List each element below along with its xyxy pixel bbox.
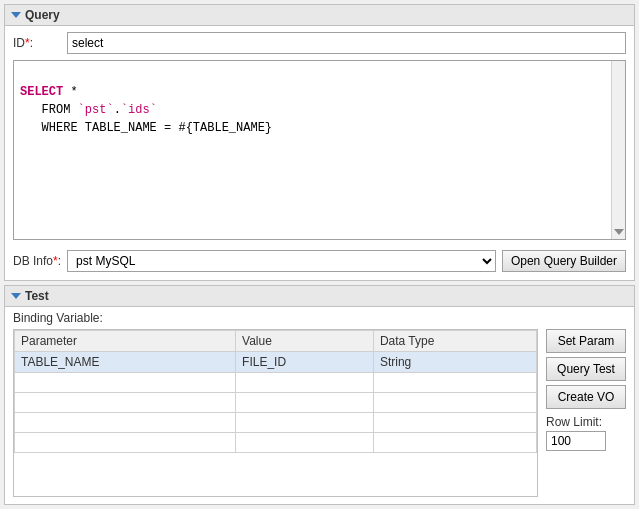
scrollbar-down-arrow	[614, 229, 624, 235]
empty-cell	[15, 433, 236, 453]
test-content: Parameter Value Data Type TABLE_NAME FIL…	[13, 329, 626, 497]
sql-star: *	[63, 85, 77, 99]
db-select[interactable]: pst MySQL	[67, 250, 496, 272]
id-field-row: ID*:	[13, 32, 626, 54]
table-row[interactable]: TABLE_NAME FILE_ID String	[15, 352, 537, 373]
empty-cell	[373, 393, 536, 413]
empty-cell	[236, 433, 374, 453]
table-row	[15, 393, 537, 413]
test-collapse-arrow	[11, 293, 21, 299]
empty-cell	[373, 433, 536, 453]
sql-scrollbar[interactable]	[611, 61, 625, 239]
param-table-head: Parameter Value Data Type	[15, 331, 537, 352]
binding-variable-label: Binding Variable:	[13, 311, 626, 325]
empty-cell	[236, 413, 374, 433]
cell-value: FILE_ID	[236, 352, 374, 373]
table-row	[15, 433, 537, 453]
empty-cell	[236, 373, 374, 393]
db-info-row: DB Info*: pst MySQL Open Query Builder	[13, 246, 626, 274]
set-param-button[interactable]: Set Param	[546, 329, 626, 353]
db-label: DB Info*:	[13, 254, 61, 268]
test-section-header[interactable]: Test	[5, 286, 634, 307]
sql-dot: .	[114, 103, 121, 117]
main-container: Query ID*: SELECT * FROM `pst`.`ids` WHE…	[0, 0, 639, 509]
test-section: Test Binding Variable: Parameter Value D…	[4, 285, 635, 505]
col-datatype: Data Type	[373, 331, 536, 352]
id-label: ID*:	[13, 36, 61, 50]
table-row	[15, 373, 537, 393]
sql-editor-container: SELECT * FROM `pst`.`ids` WHERE TABLE_NA…	[13, 60, 626, 240]
param-table-body: TABLE_NAME FILE_ID String	[15, 352, 537, 453]
test-body: Binding Variable: Parameter Value Data T…	[5, 307, 634, 501]
empty-cell	[236, 393, 374, 413]
empty-cell	[15, 413, 236, 433]
param-table: Parameter Value Data Type TABLE_NAME FIL…	[14, 330, 537, 453]
query-section-title: Query	[25, 8, 60, 22]
sql-table2: `ids`	[121, 103, 157, 117]
param-table-container: Parameter Value Data Type TABLE_NAME FIL…	[13, 329, 538, 497]
row-limit-input[interactable]	[546, 431, 606, 451]
empty-cell	[15, 393, 236, 413]
test-section-title: Test	[25, 289, 49, 303]
cell-datatype: String	[373, 352, 536, 373]
id-required-marker: *	[25, 36, 30, 50]
sql-select-keyword: SELECT	[20, 85, 63, 99]
sql-display: SELECT * FROM `pst`.`ids` WHERE TABLE_NA…	[14, 61, 611, 239]
query-section-header[interactable]: Query	[5, 5, 634, 26]
row-limit-label: Row Limit:	[546, 415, 626, 429]
open-query-builder-button[interactable]: Open Query Builder	[502, 250, 626, 272]
table-row	[15, 413, 537, 433]
side-buttons: Set Param Query Test Create VO Row Limit…	[546, 329, 626, 497]
id-input[interactable]	[67, 32, 626, 54]
query-body: ID*: SELECT * FROM `pst`.`ids` WHERE TAB…	[5, 26, 634, 280]
col-value: Value	[236, 331, 374, 352]
create-vo-button[interactable]: Create VO	[546, 385, 626, 409]
query-collapse-arrow	[11, 12, 21, 18]
db-required-marker: *	[53, 254, 58, 268]
param-table-header-row: Parameter Value Data Type	[15, 331, 537, 352]
query-test-button[interactable]: Query Test	[546, 357, 626, 381]
sql-from: FROM	[20, 103, 78, 117]
empty-cell	[373, 373, 536, 393]
col-parameter: Parameter	[15, 331, 236, 352]
empty-cell	[373, 413, 536, 433]
sql-where: WHERE TABLE_NAME = #{TABLE_NAME}	[20, 121, 272, 135]
sql-table1: `pst`	[78, 103, 114, 117]
empty-cell	[15, 373, 236, 393]
cell-parameter: TABLE_NAME	[15, 352, 236, 373]
row-limit-section: Row Limit:	[546, 415, 626, 451]
query-section: Query ID*: SELECT * FROM `pst`.`ids` WHE…	[4, 4, 635, 281]
